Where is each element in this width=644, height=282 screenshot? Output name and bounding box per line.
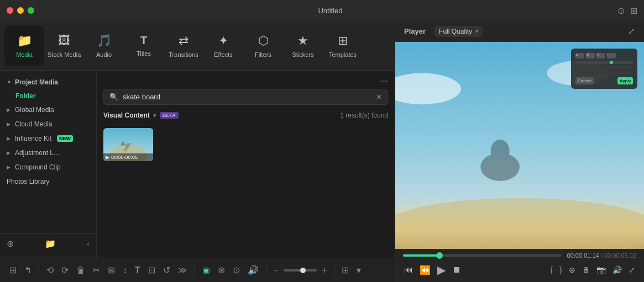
titlebar: Untitled ⊙ ⊞ bbox=[0, 0, 644, 21]
volume-btn[interactable]: 🔊 bbox=[611, 264, 623, 275]
filter-arrow-icon: ▾ bbox=[153, 112, 156, 119]
add-folder-icon[interactable]: ⊕ bbox=[7, 238, 14, 249]
zoom-thumb bbox=[300, 268, 306, 273]
mark-out-icon[interactable]: } bbox=[558, 264, 563, 275]
zoom-slider[interactable] bbox=[284, 269, 317, 272]
audio-icon[interactable]: ↕ bbox=[120, 263, 130, 278]
stickers-icon: ★ bbox=[297, 34, 308, 48]
titlebar-icon-2[interactable]: ⊞ bbox=[630, 6, 637, 16]
effect-icon[interactable]: ⊛ bbox=[215, 263, 228, 278]
transitions-icon: ⇄ bbox=[179, 34, 189, 48]
player-buttons: ⏮ ⏪ ▶ ⏹ { } ⊕ 🖥 📷 🔊 ⤢ bbox=[403, 262, 636, 278]
new-folder-icon[interactable]: 📁 bbox=[45, 238, 56, 249]
cut-icon[interactable]: ✂ bbox=[90, 263, 103, 278]
play-button[interactable]: ▶ bbox=[436, 262, 447, 278]
content-toolbar: ··· bbox=[97, 71, 395, 89]
sidebar-footer: ⊕ 📁 ‹ bbox=[0, 233, 96, 253]
redo-icon[interactable]: ⟳ bbox=[59, 263, 71, 278]
divider-4 bbox=[334, 265, 334, 276]
sidebar-item-project-media[interactable]: ▼ Project Media bbox=[0, 75, 96, 89]
step-back-icon[interactable]: ⏪ bbox=[418, 264, 432, 276]
filter-label: Visual Content bbox=[103, 111, 150, 119]
vop-track-3 bbox=[575, 71, 633, 74]
toolbar-item-filters[interactable]: ⬡ Filters bbox=[243, 26, 283, 66]
delete-icon[interactable]: 🗑 bbox=[74, 263, 88, 278]
plus-icon[interactable]: + bbox=[319, 263, 329, 278]
skip-back-icon[interactable]: ⏮ bbox=[403, 264, 414, 276]
sidebar-item-global-media[interactable]: ▶ Global Media bbox=[0, 103, 96, 117]
toolbar: 📁 Media 🖼 Stock Media 🎵 Audio T Titles ⇄… bbox=[0, 21, 395, 71]
filter-left: Visual Content ▾ BETA bbox=[103, 111, 179, 119]
close-button[interactable] bbox=[7, 7, 13, 14]
toolbar-item-audio[interactable]: 🎵 Audio bbox=[84, 26, 124, 66]
quality-selector[interactable]: Full Quality ▾ bbox=[434, 26, 483, 37]
templates-icon: ⊞ bbox=[338, 34, 348, 48]
chevron-right-icon: ▶ bbox=[7, 136, 11, 141]
grid-layout-icon[interactable]: ⊞ bbox=[339, 263, 352, 278]
insert-icon[interactable]: ⊕ bbox=[568, 264, 577, 275]
toolbar-item-transitions[interactable]: ⇄ Transitions bbox=[164, 26, 203, 66]
window-controls[interactable] bbox=[7, 7, 34, 14]
sidebar-item-folder[interactable]: Folder bbox=[0, 89, 96, 103]
search-bar: 🔍 ✕ bbox=[97, 89, 395, 109]
sidebar-item-compound-clip[interactable]: ▶ Compound Clip bbox=[0, 160, 96, 174]
text-icon[interactable]: T bbox=[132, 263, 143, 278]
collapse-button[interactable]: ‹ bbox=[87, 240, 90, 248]
mark-in-icon[interactable]: { bbox=[549, 264, 554, 275]
more-options-button[interactable]: ··· bbox=[380, 75, 388, 87]
sidebar-item-photos-library[interactable]: Photos Library bbox=[0, 174, 96, 189]
stop-button[interactable]: ⏹ bbox=[451, 264, 462, 276]
volume-icon[interactable]: 🔊 bbox=[245, 263, 261, 278]
more-tools-icon[interactable]: ≫ bbox=[175, 263, 190, 278]
minimize-button[interactable] bbox=[17, 7, 24, 14]
toolbar-item-stickers[interactable]: ★ Stickers bbox=[283, 26, 323, 66]
caption-icon[interactable]: ⊙ bbox=[230, 263, 243, 278]
toolbar-item-titles[interactable]: T Titles bbox=[124, 26, 164, 66]
snapshot-icon[interactable]: 📷 bbox=[595, 264, 607, 275]
vop-btn-4[interactable]: ↑ bbox=[607, 53, 616, 58]
vop-btn-2[interactable]: ⊞ bbox=[586, 53, 595, 58]
content-filter: Visual Content ▾ BETA 1 result(s) found bbox=[97, 109, 395, 124]
snap-icon[interactable]: ⊡ bbox=[145, 263, 158, 278]
clear-search-icon[interactable]: ✕ bbox=[376, 93, 382, 101]
new-badge: NEW bbox=[57, 135, 73, 142]
filters-icon: ⬡ bbox=[258, 34, 269, 48]
player-label: Player bbox=[404, 27, 426, 35]
select-tool-icon[interactable]: ↰ bbox=[22, 263, 34, 278]
progress-fill bbox=[403, 254, 439, 257]
vop-apply-btn[interactable]: Apply bbox=[617, 77, 633, 84]
crop-icon[interactable]: ⊠ bbox=[105, 263, 118, 278]
sidebar-item-influence-kit[interactable]: ▶ Influence Kit NEW bbox=[0, 131, 96, 146]
speed-icon[interactable]: ↺ bbox=[160, 263, 173, 278]
layout-icon[interactable]: ⊞ bbox=[7, 263, 19, 278]
toolbar-item-effects[interactable]: ✦ Effects bbox=[203, 26, 243, 66]
vop-btn-1[interactable]: ≡ bbox=[575, 53, 584, 58]
panel-body: ▼ Project Media Folder ▶ Global Media ▶ … bbox=[0, 71, 395, 258]
player-progress-bar: 00:00:01:14 / 00:00:05:02 bbox=[403, 252, 636, 259]
record-icon[interactable]: ◉ bbox=[200, 263, 213, 278]
toolbar-item-media[interactable]: 📁 Media bbox=[4, 26, 44, 66]
vop-btn-3[interactable]: ⊙ bbox=[596, 53, 605, 58]
undo-icon[interactable]: ⟲ bbox=[44, 263, 56, 278]
right-panel: Player Full Quality ▾ ⤢ bbox=[395, 21, 644, 282]
titlebar-actions: ⊙ ⊞ bbox=[617, 6, 637, 16]
chevron-right-icon: ▶ bbox=[7, 164, 11, 170]
vop-track-2 bbox=[575, 66, 633, 69]
video-thumbnail[interactable]: 🦅 ▶ 00:00-00:05 bbox=[103, 128, 153, 161]
expand-player-icon[interactable]: ⤢ bbox=[628, 26, 635, 36]
vop-cancel-btn[interactable]: Cancel bbox=[575, 77, 594, 84]
titlebar-icon-1[interactable]: ⊙ bbox=[617, 6, 625, 16]
expand-icon[interactable]: ▾ bbox=[354, 263, 364, 278]
minus-icon[interactable]: − bbox=[271, 263, 281, 278]
progress-track[interactable] bbox=[403, 254, 562, 257]
search-input[interactable] bbox=[123, 93, 371, 101]
sidebar-item-adjustment-layer[interactable]: ▶ Adjustment L... bbox=[0, 146, 96, 160]
fullscreen-icon[interactable]: ⤢ bbox=[627, 264, 636, 275]
maximize-button[interactable] bbox=[28, 7, 34, 14]
result-count: 1 result(s) found bbox=[340, 111, 388, 119]
left-panel: 📁 Media 🖼 Stock Media 🎵 Audio T Titles ⇄… bbox=[0, 21, 395, 282]
monitor-icon[interactable]: 🖥 bbox=[581, 264, 591, 275]
toolbar-item-templates[interactable]: ⊞ Templates bbox=[323, 26, 363, 66]
toolbar-item-stock-media[interactable]: 🖼 Stock Media bbox=[44, 26, 84, 66]
sidebar-item-cloud-media[interactable]: ▶ Cloud Media bbox=[0, 117, 96, 131]
